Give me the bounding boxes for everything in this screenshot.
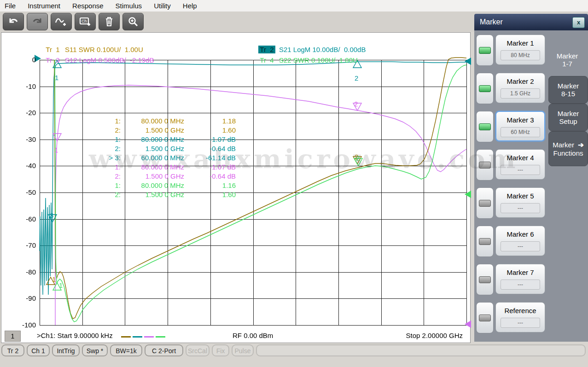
marker-readout-row: 1:80.000 0 MHz-1.07 dB bbox=[92, 135, 236, 144]
trace-label-tr4[interactable]: Tr 4 S22 SWR 0.100U/ 1.00U bbox=[255, 48, 358, 64]
marker-panel-title: Marker bbox=[480, 18, 503, 26]
softkey-srccal: SrcCal bbox=[186, 344, 210, 356]
marker-row-marker-4: Marker 4--- bbox=[475, 149, 546, 180]
delete-button[interactable] bbox=[99, 13, 120, 30]
marker-1-button[interactable]: Marker 180 MHz bbox=[495, 35, 545, 65]
add-channel-button[interactable]: Ch bbox=[75, 13, 96, 30]
menu-item-help[interactable]: Help bbox=[183, 2, 197, 10]
tab-marker-setup[interactable]: Marker Setup bbox=[548, 104, 588, 131]
status-button-bar: Tr 2Ch 1IntTrigSwp *BW=1kC 2-PortSrcCalF… bbox=[0, 344, 588, 358]
menu-item-response[interactable]: Response bbox=[72, 2, 104, 10]
marker-readout-table: 1:80.000 0 MHz1.182:1.500 0 GHz1.601:80.… bbox=[92, 117, 236, 199]
softkey-swp-[interactable]: Swp * bbox=[82, 344, 108, 356]
marker-panel-tabs: Marker 1-7Marker 8-15Marker SetupMarker … bbox=[547, 30, 588, 342]
trace-id-tr3: Tr 3 bbox=[44, 56, 61, 64]
softkey-ch-1[interactable]: Ch 1 bbox=[27, 344, 50, 356]
marker-readout-row: 1:80.000 0 MHz1.18 bbox=[92, 117, 236, 126]
marker-readout-row: 2:1.500 0 GHz-0.64 dB bbox=[92, 172, 236, 181]
menu-item-file[interactable]: File bbox=[5, 2, 16, 10]
y-tick--50: -50 bbox=[19, 188, 36, 196]
led-indicator-off bbox=[479, 200, 491, 207]
menu-item-instrument[interactable]: Instrument bbox=[28, 2, 60, 10]
channel-badge[interactable]: 1 bbox=[5, 331, 21, 342]
marker-panel-body: Marker 180 MHzMarker 21.5 GHzMarker 360 … bbox=[474, 30, 547, 342]
undo-icon bbox=[7, 17, 19, 27]
marker-button-value: --- bbox=[501, 165, 540, 175]
stop-frequency-label: Stop 2.00000 GHz bbox=[406, 332, 463, 339]
y-tick--10: -10 bbox=[19, 82, 36, 90]
menu-bar: FileInstrumentResponseStimulusUtilityHel… bbox=[0, 0, 588, 12]
softkey-bw-1k[interactable]: BW=1k bbox=[110, 344, 142, 356]
marker-button-value: 80 MHz bbox=[501, 50, 540, 60]
marker-button-label: Reference bbox=[496, 307, 545, 315]
zoom-button[interactable] bbox=[122, 13, 144, 30]
tab-marker-8-15[interactable]: Marker 8-15 bbox=[548, 76, 588, 104]
arrow-right-icon: ➔ bbox=[578, 141, 584, 149]
marker-2-toggle[interactable] bbox=[476, 73, 494, 104]
zoom-icon bbox=[128, 16, 139, 27]
y-tick--60: -60 bbox=[19, 215, 36, 223]
marker-3-toggle[interactable] bbox=[476, 111, 494, 142]
marker-panel-titlebar[interactable]: Marker x bbox=[474, 14, 588, 30]
y-tick-0: 0 bbox=[19, 56, 36, 64]
y-tick--100: -100 bbox=[19, 321, 36, 329]
marker-readout-row: 1:80.000 0 MHz-1.07 dB bbox=[92, 163, 236, 172]
marker-4-toggle[interactable] bbox=[476, 149, 494, 181]
marker-button-value: --- bbox=[501, 203, 540, 213]
marker-button-label: Marker 5 bbox=[496, 192, 545, 200]
marker-2-button[interactable]: Marker 21.5 GHz bbox=[495, 73, 545, 103]
tab-marker-1-7[interactable]: Marker 1-7 bbox=[547, 44, 588, 75]
marker-readout-row: 2:1.500 0 GHz-0.64 dB bbox=[92, 144, 236, 153]
add-trace-button[interactable] bbox=[51, 13, 72, 30]
undo-button[interactable] bbox=[3, 13, 24, 30]
menu-item-stimulus[interactable]: Stimulus bbox=[116, 2, 142, 10]
marker-4-button[interactable]: Marker 4--- bbox=[495, 149, 545, 180]
y-tick--70: -70 bbox=[19, 241, 36, 249]
marker-readout-row: 1:80.000 0 MHz1.16 bbox=[92, 181, 236, 190]
marker-3-button[interactable]: Marker 360 MHz bbox=[495, 111, 545, 141]
marker-row-reference: Reference--- bbox=[475, 302, 546, 332]
reference-button[interactable]: Reference--- bbox=[495, 302, 545, 332]
legend-dash-tr1 bbox=[121, 336, 131, 338]
softkey-tr-2[interactable]: Tr 2 bbox=[1, 344, 24, 356]
reference-toggle[interactable] bbox=[476, 302, 494, 333]
marker-6-toggle[interactable] bbox=[476, 226, 494, 257]
marker-7-toggle[interactable] bbox=[476, 264, 494, 295]
marker-button-label: Marker 4 bbox=[496, 154, 545, 162]
marker-button-label: Marker 2 bbox=[496, 77, 545, 85]
marker-row-marker-7: Marker 7--- bbox=[475, 264, 546, 294]
marker-row-marker-5: Marker 5--- bbox=[475, 187, 546, 218]
marker-button-value: --- bbox=[501, 241, 540, 251]
marker-1-toggle[interactable] bbox=[476, 35, 494, 66]
tab-marker-functions[interactable]: Marker ➔Functions bbox=[548, 131, 588, 166]
rf-power-label: RF 0.00 dBm bbox=[233, 332, 273, 339]
marker-readout-row: > 3:60.000 0 MHz-61.14 dB bbox=[92, 153, 236, 163]
marker-button-value: 60 MHz bbox=[501, 127, 540, 137]
softkey-inttrig[interactable]: IntTrig bbox=[52, 344, 80, 356]
marker-row-marker-1: Marker 180 MHz bbox=[475, 35, 546, 65]
led-indicator-off bbox=[479, 276, 491, 283]
menu-item-utility[interactable]: Utility bbox=[154, 2, 171, 10]
redo-button[interactable] bbox=[27, 13, 48, 30]
trace-text-tr4: S22 SWR 0.100U/ 1.00U bbox=[279, 56, 358, 64]
marker-5-toggle[interactable] bbox=[476, 187, 494, 219]
led-indicator-off bbox=[479, 162, 491, 169]
trace-label-tr3[interactable]: Tr 3 S12 LogM 0.500dB/ -2.19dB bbox=[41, 48, 154, 64]
marker-button-value: --- bbox=[501, 318, 540, 328]
led-indicator-off bbox=[479, 315, 491, 321]
y-tick--90: -90 bbox=[19, 294, 36, 302]
marker-5-button[interactable]: Marker 5--- bbox=[495, 187, 545, 218]
trash-icon bbox=[104, 16, 115, 27]
plot-panel bbox=[1, 32, 471, 343]
legend-dash-tr3 bbox=[144, 336, 154, 338]
led-indicator-on bbox=[479, 85, 491, 92]
trace-id-tr4: Tr 4 bbox=[258, 56, 275, 64]
marker-button-label: Marker 7 bbox=[496, 268, 545, 276]
close-icon[interactable]: x bbox=[572, 17, 585, 28]
marker-6-button[interactable]: Marker 6--- bbox=[495, 226, 545, 256]
add-trace-icon bbox=[55, 16, 68, 27]
legend-dash-tr2 bbox=[133, 336, 142, 338]
marker-button-value: 1.5 GHz bbox=[501, 88, 540, 99]
softkey-c-2-port[interactable]: C 2-Port bbox=[145, 344, 183, 356]
marker-7-button[interactable]: Marker 7--- bbox=[495, 264, 545, 294]
